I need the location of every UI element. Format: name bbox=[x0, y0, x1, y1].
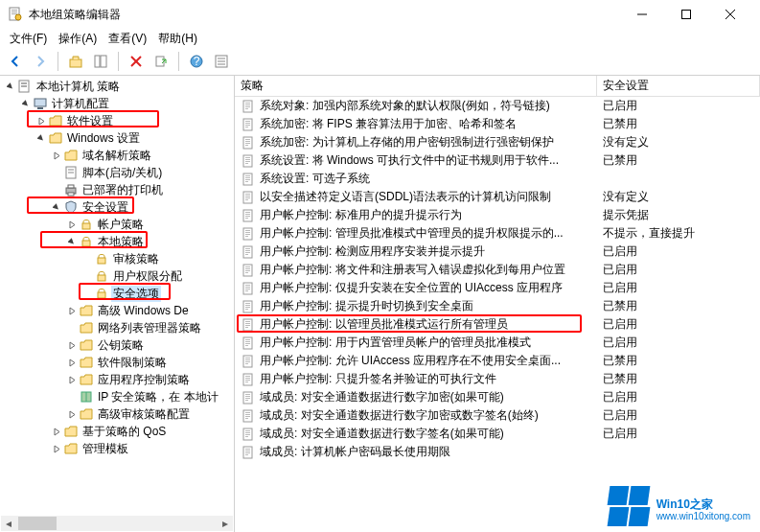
policy-row[interactable]: 用户帐户控制: 用于内置管理员帐户的管理员批准模式已启用 bbox=[235, 334, 760, 352]
policy-row[interactable]: 域成员: 计算机帐户密码最长使用期限 bbox=[235, 443, 760, 461]
tree-public-key[interactable]: 公钥策略 bbox=[0, 336, 234, 354]
tree-admin-templates[interactable]: 管理模板 bbox=[0, 440, 234, 457]
policy-row[interactable]: 系统加密: 为计算机上存储的用户密钥强制进行强密钥保护没有定义 bbox=[235, 133, 760, 151]
tree-ip-security[interactable]: IP 安全策略，在 本地计 bbox=[0, 388, 234, 405]
policy-row[interactable]: 用户帐户控制: 管理员批准模式中管理员的提升权限提示的...不提示，直接提升 bbox=[235, 224, 760, 243]
policy-row[interactable]: 系统设置: 将 Windows 可执行文件中的证书规则用于软件...已禁用 bbox=[235, 151, 760, 170]
svg-rect-87 bbox=[245, 270, 250, 271]
tree-user-rights[interactable]: 用户权限分配 bbox=[0, 267, 234, 285]
app-icon bbox=[8, 7, 23, 22]
expand-toggle-icon[interactable] bbox=[4, 82, 17, 91]
policy-row[interactable]: 用户帐户控制: 将文件和注册表写入错误虚拟化到每用户位置已启用 bbox=[235, 261, 760, 279]
show-hide-button[interactable] bbox=[89, 50, 112, 73]
svg-rect-78 bbox=[245, 236, 248, 237]
expand-toggle-icon[interactable] bbox=[50, 428, 63, 436]
policy-name: 用户帐户控制: 以管理员批准模式运行所有管理员 bbox=[260, 316, 597, 333]
expand-toggle-icon[interactable] bbox=[65, 220, 79, 229]
tree-security-options[interactable]: 安全选项 bbox=[0, 285, 234, 302]
policy-item-icon bbox=[241, 172, 256, 187]
tree-name-resolution[interactable]: 域名解析策略 bbox=[0, 147, 234, 164]
tree-advanced-audit[interactable]: 高级审核策略配置 bbox=[0, 405, 234, 423]
column-header-policy[interactable]: 策略 bbox=[235, 76, 597, 96]
svg-rect-118 bbox=[245, 382, 248, 382]
tree-app-control[interactable]: 应用程序控制策略 bbox=[0, 371, 234, 388]
expand-toggle-icon[interactable] bbox=[35, 117, 48, 126]
policy-row[interactable]: 域成员: 对安全通道数据进行数字加密或数字签名(始终)已启用 bbox=[235, 406, 760, 425]
expand-toggle-icon[interactable] bbox=[50, 445, 63, 453]
tree-scripts[interactable]: 脚本(启动/关机) bbox=[0, 164, 234, 181]
menu-action[interactable]: 操作(A) bbox=[53, 29, 103, 49]
nav-back-button[interactable] bbox=[4, 50, 27, 73]
tree-pane[interactable]: 本地计算机 策略计算机配置软件设置Windows 设置域名解析策略脚本(启动/关… bbox=[0, 76, 235, 532]
tree-advanced-windows-defender[interactable]: 高级 Windows De bbox=[0, 302, 234, 319]
policy-row[interactable]: 以安全描述符定义语言(SDDL)语法表示的计算机访问限制没有定义 bbox=[235, 188, 760, 206]
policy-item-icon bbox=[241, 190, 256, 205]
close-button[interactable] bbox=[708, 0, 752, 29]
scroll-thumb[interactable] bbox=[18, 517, 57, 530]
tree-h-scrollbar[interactable]: ◂ ▸ bbox=[1, 516, 233, 531]
expand-toggle-icon[interactable] bbox=[65, 376, 79, 384]
svg-rect-63 bbox=[245, 181, 248, 182]
policy-setting: 已启用 bbox=[597, 389, 760, 405]
expand-toggle-icon[interactable] bbox=[19, 100, 33, 108]
tree-network-list-mgr[interactable]: 网络列表管理器策略 bbox=[0, 319, 234, 336]
tree-software-restriction[interactable]: 软件限制策略 bbox=[0, 354, 234, 371]
policy-row[interactable]: 系统对象: 加强内部系统对象的默认权限(例如，符号链接)已启用 bbox=[235, 97, 760, 115]
script-icon bbox=[63, 165, 79, 180]
svg-rect-97 bbox=[245, 307, 250, 308]
expand-toggle-icon[interactable] bbox=[65, 238, 79, 246]
tree-computer-config[interactable]: 计算机配置 bbox=[0, 95, 234, 112]
tree-deployed-printers[interactable]: 已部署的打印机 bbox=[0, 181, 234, 198]
delete-button[interactable] bbox=[125, 50, 148, 73]
title-bar: 本地组策略编辑器 bbox=[0, 0, 760, 29]
policy-row[interactable]: 域成员: 对安全通道数据进行数字签名(如果可能)已启用 bbox=[235, 425, 760, 443]
folder-icon bbox=[48, 130, 63, 146]
policy-row[interactable]: 用户帐户控制: 只提升签名并验证的可执行文件已禁用 bbox=[235, 370, 760, 388]
policy-row[interactable]: 系统加密: 将 FIPS 兼容算法用于加密、哈希和签名已禁用 bbox=[235, 115, 760, 133]
list-body[interactable]: 系统对象: 加强内部系统对象的默认权限(例如，符号链接)已启用系统加密: 将 F… bbox=[235, 97, 760, 532]
policy-row[interactable]: 用户帐户控制: 仅提升安装在安全位置的 UIAccess 应用程序已启用 bbox=[235, 279, 760, 297]
expand-toggle-icon[interactable] bbox=[50, 151, 63, 160]
properties-button[interactable] bbox=[210, 50, 233, 73]
policy-row[interactable]: 域成员: 对安全通道数据进行数字加密(如果可能)已启用 bbox=[235, 388, 760, 406]
expand-toggle-icon[interactable] bbox=[65, 359, 79, 367]
expand-toggle-icon[interactable] bbox=[65, 341, 79, 350]
tree-software-settings[interactable]: 软件设置 bbox=[0, 112, 234, 129]
menu-file[interactable]: 文件(F) bbox=[4, 29, 53, 49]
expand-toggle-icon[interactable] bbox=[65, 307, 79, 315]
column-header-setting[interactable]: 安全设置 bbox=[597, 76, 760, 96]
policy-row[interactable]: 用户帐户控制: 提示提升时切换到安全桌面已禁用 bbox=[235, 297, 760, 315]
nav-forward-button[interactable] bbox=[29, 50, 52, 73]
svg-rect-2 bbox=[12, 12, 17, 12]
tree-label: 帐户策略 bbox=[96, 217, 146, 233]
tree-audit-policy[interactable]: 审核策略 bbox=[0, 250, 234, 267]
help-button[interactable]: ? bbox=[185, 50, 208, 73]
policy-row[interactable]: 用户帐户控制: 检测应用程序安装并提示提升已启用 bbox=[235, 243, 760, 261]
expand-toggle-icon[interactable] bbox=[50, 203, 63, 212]
up-button[interactable] bbox=[64, 50, 87, 73]
tree-label: 高级 Windows De bbox=[96, 303, 191, 319]
menu-help[interactable]: 帮助(H) bbox=[152, 29, 203, 49]
policy-row[interactable]: 用户帐户控制: 以管理员批准模式运行所有管理员已启用 bbox=[235, 315, 760, 334]
tree-security-settings[interactable]: 安全设置 bbox=[0, 198, 234, 216]
expand-toggle-icon[interactable] bbox=[65, 410, 79, 419]
svg-rect-101 bbox=[245, 323, 250, 324]
toolbar-separator bbox=[178, 52, 179, 71]
maximize-button[interactable] bbox=[664, 0, 708, 29]
scroll-right-icon[interactable]: ▸ bbox=[218, 516, 233, 531]
policy-row[interactable]: 系统设置: 可选子系统 bbox=[235, 170, 760, 188]
scroll-left-icon[interactable]: ◂ bbox=[1, 516, 16, 531]
minimize-button[interactable] bbox=[620, 0, 664, 29]
policy-row[interactable]: 用户帐户控制: 允许 UIAccess 应用程序在不使用安全桌面...已禁用 bbox=[235, 352, 760, 370]
export-button[interactable] bbox=[150, 50, 173, 73]
tree-local-policies[interactable]: 本地策略 bbox=[0, 233, 234, 250]
tree-policy-qos[interactable]: 基于策略的 QoS bbox=[0, 423, 234, 440]
expand-toggle-icon[interactable] bbox=[35, 134, 48, 143]
tree-account-policies[interactable]: 帐户策略 bbox=[0, 216, 234, 233]
tree-windows-settings[interactable]: Windows 设置 bbox=[0, 129, 234, 147]
menu-view[interactable]: 查看(V) bbox=[103, 29, 152, 49]
list-pane: 策略 安全设置 系统对象: 加强内部系统对象的默认权限(例如，符号链接)已启用系… bbox=[235, 76, 760, 532]
svg-rect-113 bbox=[245, 363, 248, 364]
tree-root[interactable]: 本地计算机 策略 bbox=[0, 78, 234, 95]
policy-row[interactable]: 用户帐户控制: 标准用户的提升提示行为提示凭据 bbox=[235, 206, 760, 224]
